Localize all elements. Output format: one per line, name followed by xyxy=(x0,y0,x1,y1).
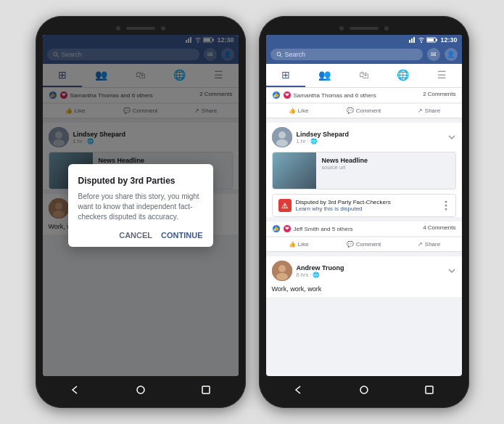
tab-friends-right[interactable]: 👥 xyxy=(305,64,344,87)
messenger-icon-right[interactable]: ✉ xyxy=(427,48,440,61)
friends-icon-right[interactable]: 👤 xyxy=(445,48,458,61)
news-img-right xyxy=(273,152,316,189)
chevron-down-icon-bottom-right xyxy=(447,266,456,275)
reaction-text-right: Samantha Thomas and 6 others xyxy=(294,92,376,99)
more-options-icon[interactable] xyxy=(442,200,450,211)
news-url-right: source url xyxy=(322,164,368,171)
phone-bottom-bar-right xyxy=(266,376,462,401)
svg-rect-20 xyxy=(427,38,434,41)
bottom-time-right: 6 hrs · 🌐 xyxy=(297,272,443,278)
modal-overlay: Disputed by 3rd Parties Before you share… xyxy=(43,35,239,376)
phone-bottom-bar-left xyxy=(43,376,239,401)
status-time-right: 12:30 xyxy=(440,36,457,44)
avatar-lindsey-right xyxy=(272,127,292,147)
camera-dot-right xyxy=(339,26,344,30)
phone-top-bar-left xyxy=(43,23,239,35)
tab-menu-right[interactable]: ☰ xyxy=(423,64,462,87)
post-meta-right: Lindsey Shepard 1 hr · 🌐 xyxy=(297,131,443,144)
home-button-left[interactable] xyxy=(133,382,149,398)
svg-point-28 xyxy=(445,205,447,207)
learn-link[interactable]: Learn why this is disputed xyxy=(296,205,363,212)
like-react-2-right: 👍 xyxy=(272,224,281,233)
svg-point-31 xyxy=(278,265,286,272)
modal-title: Disputed by 3rd Parties xyxy=(78,176,203,186)
back-icon-right xyxy=(294,385,304,395)
phones-container: 12:30 Search ✉ 👤 ⊞ 👥 🛍 🌐 ☰ xyxy=(36,16,469,408)
svg-point-33 xyxy=(360,386,368,394)
news-text-right: News Headline source url xyxy=(316,152,374,189)
avatar-img-right xyxy=(272,127,292,147)
bottom-author-right: Andrew Truong xyxy=(297,264,443,272)
home-button-right[interactable] xyxy=(356,382,372,398)
post-header-right: Lindsey Shepard 1 hr · 🌐 xyxy=(266,123,462,152)
post-card-right: Lindsey Shepard 1 hr · 🌐 News Headline s… xyxy=(266,123,462,217)
disputed-text: Disputed by 3rd Party Fact-Checkers Lear… xyxy=(296,199,438,212)
post-author-right: Lindsey Shepard xyxy=(297,131,443,138)
bottom-post-meta-right: Andrew Truong 6 hrs · 🌐 xyxy=(297,264,443,278)
tab-globe-right[interactable]: 🌐 xyxy=(384,64,423,87)
tab-home-right[interactable]: ⊞ xyxy=(266,64,305,87)
post-time-right: 1 hr · 🌐 xyxy=(297,138,443,144)
screen-right: 12:30 Search ✉ 👤 ⊞ 👥 🛍 🌐 ☰ xyxy=(266,35,462,376)
like-btn-top-right[interactable]: 👍 Like xyxy=(266,104,331,118)
recents-button-left[interactable] xyxy=(198,382,214,398)
like-btn-2-right[interactable]: 👍 Like xyxy=(266,237,331,251)
svg-rect-17 xyxy=(411,38,413,43)
svg-rect-34 xyxy=(426,386,433,394)
love-react-2-right: ❤ xyxy=(283,224,292,233)
recents-icon-left xyxy=(201,385,211,395)
search-icon-right xyxy=(276,52,282,57)
svg-point-26 xyxy=(276,139,288,147)
share-btn-2-right[interactable]: ↗ Share xyxy=(397,237,462,251)
modal-actions: CANCEL CONTINUE xyxy=(78,231,203,240)
share-btn-top-right[interactable]: ↗ Share xyxy=(397,104,462,118)
tab-store-right[interactable]: 🛍 xyxy=(344,64,384,87)
action-bar-top-right: 👍 Like 💬 Comment ↗ Share xyxy=(266,103,462,118)
svg-point-22 xyxy=(277,52,281,56)
avatar-andrew-right xyxy=(272,261,292,281)
comment-btn-top-right[interactable]: 💬 Comment xyxy=(331,104,397,118)
comment-btn-2-right[interactable]: 💬 Comment xyxy=(331,237,397,251)
bottom-post-header-right: Andrew Truong 6 hrs · 🌐 xyxy=(266,256,462,285)
feed-right: 👍 ❤ Samantha Thomas and 6 others 2 Comme… xyxy=(266,88,462,376)
chevron-down-icon-right xyxy=(447,133,456,142)
svg-rect-21 xyxy=(436,39,437,41)
modal-box: Disputed by 3rd Parties Before you share… xyxy=(68,164,213,247)
disputed-label: Disputed by 3rd Party Fact-Checkers xyxy=(296,199,391,205)
recents-icon-right xyxy=(424,385,434,395)
reaction-bar-top-right: 👍 ❤ Samantha Thomas and 6 others 2 Comme… xyxy=(266,88,462,103)
back-button-right[interactable] xyxy=(291,382,307,398)
svg-line-23 xyxy=(280,56,281,57)
nav-tabs-right: ⊞ 👥 🛍 🌐 ☰ xyxy=(266,64,462,88)
comments-count-2-right: 4 Comments xyxy=(423,224,455,233)
svg-point-32 xyxy=(276,273,288,280)
modal-continue-button[interactable]: CONTINUE xyxy=(161,231,202,240)
svg-rect-15 xyxy=(202,386,210,394)
home-icon-left xyxy=(136,385,146,395)
signal-icon-right xyxy=(409,37,416,43)
modal-cancel-button[interactable]: CANCEL xyxy=(119,231,152,240)
phone-left: 12:30 Search ✉ 👤 ⊞ 👥 🛍 🌐 ☰ xyxy=(36,16,246,408)
news-card-right[interactable]: News Headline source url xyxy=(272,152,456,189)
comments-count-top-right: 2 Comments xyxy=(423,91,455,99)
phone-top-bar-right xyxy=(266,23,462,35)
search-placeholder-right: Search xyxy=(285,51,306,58)
disputed-icon: ⚠ xyxy=(278,199,292,212)
bottom-body-right: Work, work, work xyxy=(266,285,462,297)
modal-body: Before you share this story, you might w… xyxy=(78,192,203,222)
phone-right: 12:30 Search ✉ 👤 ⊞ 👥 🛍 🌐 ☰ xyxy=(259,16,469,408)
reaction-bar-2-right: 👍 ❤ Jeff Smith and 5 others 4 Comments xyxy=(266,221,462,237)
search-bar-right[interactable]: Search xyxy=(270,49,423,60)
battery-icon-right xyxy=(426,37,438,43)
avatar-andrew-img-right xyxy=(272,261,292,281)
screen-left: 12:30 Search ✉ 👤 ⊞ 👥 🛍 🌐 ☰ xyxy=(43,35,239,376)
back-button-left[interactable] xyxy=(67,382,83,398)
svg-rect-18 xyxy=(413,37,415,43)
back-icon-left xyxy=(70,385,80,395)
recents-button-right[interactable] xyxy=(421,382,437,398)
wifi-icon-right xyxy=(418,37,424,43)
svg-rect-16 xyxy=(409,40,410,43)
home-icon-right xyxy=(359,385,369,395)
status-bar-right: 12:30 xyxy=(266,35,462,45)
reaction2-text-right: Jeff Smith and 5 others xyxy=(294,226,353,232)
